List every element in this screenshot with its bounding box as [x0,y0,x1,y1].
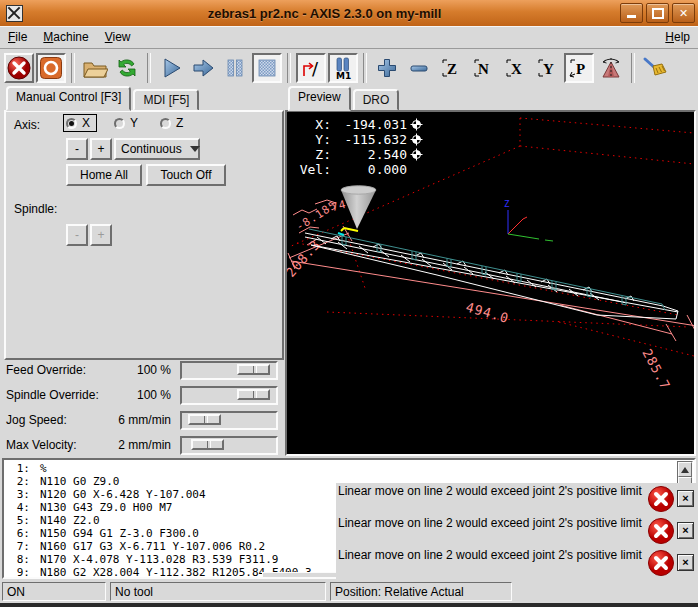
spindle-override-slider[interactable] [180,386,278,405]
zoom-out-button[interactable] [404,53,434,83]
axis-radio-x[interactable]: X [64,115,96,131]
spindle-plus-button[interactable]: + [90,224,112,246]
view-z-glyph: Z [447,61,457,77]
view-p-glyph: P [576,61,585,77]
tab-manual-control[interactable]: Manual Control [F3] [6,86,131,111]
error-close-button[interactable]: × [677,554,694,571]
close-button[interactable]: ✕ [672,3,695,23]
feed-override-label: Feed Override: [6,363,86,377]
view-z2-icon: N [471,56,495,80]
minimize-button[interactable] [620,3,643,23]
max-velocity-handle[interactable] [191,439,224,450]
dro-row-vel: Vel: 0.000 [295,162,423,177]
zoom-in-button[interactable] [372,53,402,83]
feed-override-handle[interactable] [237,364,270,375]
error-close-button[interactable]: × [677,490,694,507]
view-z2-button[interactable]: N [468,53,498,83]
manual-control-panel: Axis: X Y Z - + Continuous Home All Touc… [4,110,284,360]
error-message: Linear move on line 2 would exceed joint… [336,516,647,531]
gcode-line-number: 8: [4,553,30,566]
machine-power-button[interactable] [36,53,66,83]
feed-override-row: Feed Override: 100 % [0,360,283,382]
scroll-up-button[interactable] [678,462,692,477]
axis-label: Axis: [14,118,40,132]
gcode-line-number: 7: [4,540,30,553]
axis-radio-z[interactable]: Z [158,115,189,131]
menu-view[interactable]: View [97,27,139,47]
dro-readout: X: -194.031 Y: -115.632 Z: 2.540 Vel: 0.… [295,117,423,177]
jog-plus-button[interactable]: + [90,138,112,160]
pause-button[interactable] [220,53,250,83]
menu-help[interactable]: Help [657,27,698,47]
spindle-minus-button[interactable]: - [66,224,88,246]
toolbar-separator [287,53,291,83]
status-position-mode: Position: Relative Actual [330,582,512,601]
maximize-button[interactable] [646,3,669,23]
radio-y-label: Y [130,116,138,130]
jog-speed-label: Jog Speed: [6,413,67,427]
jog-minus-button[interactable]: - [66,138,88,160]
view-y-glyph: Y [543,61,554,77]
touch-off-button[interactable]: Touch Off [146,164,226,186]
menu-machine[interactable]: Machine [35,27,96,47]
preview-canvas[interactable]: 494.0 285.7 208.3 -74.6 -8.185 [285,110,696,456]
axis-z-label: Z [504,199,510,209]
tab-mdi[interactable]: MDI [F5] [133,89,199,111]
gcode-line-text: % [40,462,47,475]
reload-button[interactable] [112,53,142,83]
tab-preview[interactable]: Preview [288,86,351,111]
radio-z-label: Z [176,116,183,130]
max-velocity-slider[interactable] [180,436,278,455]
clear-plot-button[interactable] [640,53,670,83]
axis-radio-y[interactable]: Y [112,115,144,131]
error-close-button[interactable]: × [677,522,694,539]
stop-button[interactable] [252,53,282,83]
feed-override-value: 100 % [137,363,171,377]
error-icon [647,485,675,513]
max-velocity-label: Max Velocity: [6,438,77,452]
jog-speed-slider[interactable] [180,411,278,430]
rotate-view-button[interactable] [596,53,626,83]
highlighted-segment [341,228,358,231]
view-perspective-button[interactable]: P [564,53,594,83]
estop-button[interactable] [4,53,34,83]
titlebar[interactable]: zebras1 pr2.nc - AXIS 2.3.0 on my-mill ✕ [0,0,698,27]
m1-glyph: M1 [336,71,351,80]
step-button[interactable] [188,53,218,83]
dropdown-icon [190,146,200,152]
axes-indicator: Z [504,199,553,241]
view-y-icon: Y [535,56,559,80]
open-file-button[interactable] [80,53,110,83]
home-all-button[interactable]: Home All [66,164,142,186]
gcode-line-text: N140 Z2.0 [40,514,100,527]
view-y-button[interactable]: Y [532,53,562,83]
error-close-icon: × [682,525,688,536]
slash-glyph: / [312,58,319,79]
jog-speed-handle[interactable] [188,414,221,425]
error-close-icon: × [682,557,688,568]
error-icon [647,517,675,545]
statusbar: ON No tool Position: Relative Actual [0,581,698,603]
gcode-line-text: N120 G0 X-6.428 Y-107.004 [40,488,206,501]
error-message: Linear move on line 2 would exceed joint… [336,548,647,563]
error-close-icon: × [682,493,688,504]
status-machine-state: ON [2,582,106,601]
skip-lines-button[interactable]: / [296,53,326,83]
gcode-line-text: N110 G0 Z9.0 [40,475,119,488]
spindle-override-handle[interactable] [237,389,270,400]
menu-file[interactable]: File [0,27,35,47]
run-button[interactable] [156,53,186,83]
view-x-button[interactable]: X [500,53,530,83]
feed-override-slider[interactable] [180,361,278,380]
dro-vel-value: 0.000 [331,162,407,177]
max-velocity-value: 2 mm/min [118,438,171,452]
dro-x-value: -194.031 [331,117,407,132]
tab-dro[interactable]: DRO [353,89,400,111]
view-z-button[interactable]: Z [436,53,466,83]
optional-pause-button[interactable]: M1 [328,53,358,83]
jog-mode-select[interactable]: Continuous [114,138,200,160]
dro-y-value: -115.632 [331,132,407,147]
dro-z-label: Z: [295,147,331,162]
error-row: Linear move on line 2 would exceed joint… [336,515,696,547]
gcode-line-text: N160 G17 G3 X-6.711 Y-107.006 R0.2 [40,540,265,553]
